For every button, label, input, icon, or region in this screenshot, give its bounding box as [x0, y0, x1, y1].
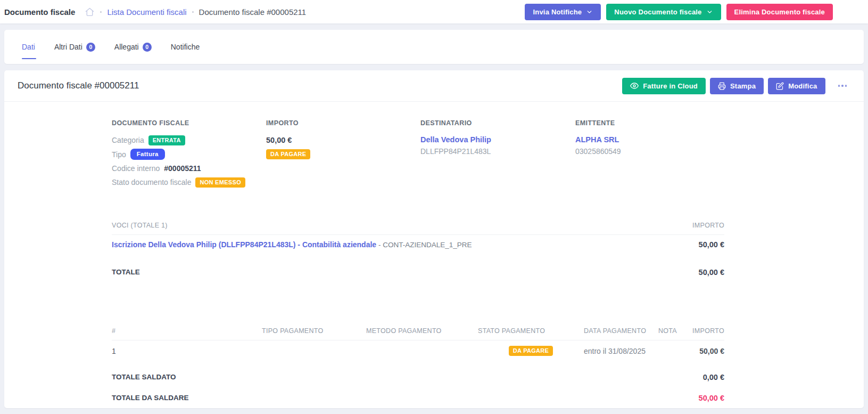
edit-icon: [776, 82, 784, 90]
tab-notifiche[interactable]: Notifiche: [171, 30, 200, 64]
importo-value: 50,00 €: [266, 136, 292, 144]
pagamenti-header-nota: NOTA: [658, 327, 690, 335]
totale-da-saldare-label: TOTALE DA SALDARE: [112, 394, 189, 402]
stampa-button[interactable]: Stampa: [710, 78, 764, 94]
tabs-bar: Dati Altri Dati 0 Allegati 0 Notifiche: [4, 30, 864, 64]
pagamenti-table: # TIPO PAGAMENTO METODO PAGAMENTO STATO …: [112, 327, 724, 402]
emittente-partita-iva: 03025860549: [575, 147, 724, 156]
chevron-down-icon: [706, 9, 713, 15]
card-actions: Fatture in Cloud Stampa Modifica: [622, 78, 849, 94]
fatture-in-cloud-label: Fatture in Cloud: [643, 82, 698, 90]
tab-allegati[interactable]: Allegati 0: [114, 30, 152, 64]
voci-table-header: VOCI (TOTALE 1) IMPORTO: [112, 222, 724, 235]
tipo-label: Tipo: [112, 150, 126, 159]
invia-notifiche-button[interactable]: Invia Notifiche: [525, 4, 601, 20]
voci-header-label: VOCI (TOTALE 1): [112, 222, 168, 229]
document-details: DOCUMENTO FISCALE Categoria ENTRATA Tipo…: [112, 119, 724, 191]
importo-column: IMPORTO 50,00 € DA PAGARE: [266, 119, 420, 191]
emittente-link[interactable]: ALPHA SRL: [575, 135, 619, 144]
fatture-in-cloud-button[interactable]: Fatture in Cloud: [622, 78, 706, 94]
breadcrumb-link-lista[interactable]: Lista Documenti fiscali: [107, 7, 186, 17]
totale-saldato-amount: 0,00 €: [703, 373, 724, 381]
totale-da-saldare-row: TOTALE DA SALDARE 50,00 €: [112, 394, 724, 402]
stato-documento-badge: NON EMESSO: [195, 177, 245, 188]
breadcrumb: Documento fiscale Lista Documenti fiscal…: [4, 7, 306, 17]
nuovo-documento-button[interactable]: Nuovo Documento fiscale: [606, 4, 721, 20]
tab-dati[interactable]: Dati: [22, 30, 35, 64]
breadcrumb-separator: [192, 11, 194, 13]
totale-da-saldare-amount: 50,00 €: [699, 394, 724, 402]
emittente-heading: EMITTENTE: [575, 119, 724, 127]
voci-header-importo: IMPORTO: [692, 222, 724, 229]
tab-altri-dati-label: Altri Dati: [54, 43, 82, 51]
voci-total-label: TOTALE: [112, 268, 140, 277]
tab-dati-label: Dati: [22, 43, 35, 51]
pagamento-row: 1 DA PAGARE entro il 31/08/2025 50,00 €: [112, 340, 724, 361]
modifica-button[interactable]: Modifica: [768, 78, 825, 94]
modifica-label: Modifica: [788, 82, 817, 90]
codice-interno-label: Codice interno: [112, 164, 160, 173]
pagamento-importo: 50,00 €: [690, 347, 724, 355]
pagamenti-header-data: DATA PAGAMENTO: [584, 327, 658, 335]
voci-total-amount: 50,00 €: [699, 268, 724, 277]
emittente-column: EMITTENTE ALPHA SRL 03025860549: [575, 119, 724, 191]
pagamenti-header-stato: STATO PAGAMENTO: [478, 327, 584, 335]
breadcrumb-separator: [100, 11, 102, 13]
stampa-label: Stampa: [730, 82, 756, 90]
pagamenti-header-num: #: [112, 327, 262, 335]
pagamento-stato-badge: DA PAGARE: [509, 346, 553, 356]
document-card: Documento fiscale #00005211 Fatture in C…: [4, 70, 864, 408]
tab-altri-dati[interactable]: Altri Dati 0: [54, 30, 95, 64]
codice-interno-value: #00005211: [164, 164, 201, 173]
voci-table: VOCI (TOTALE 1) IMPORTO Iscrizione Della…: [112, 222, 724, 277]
totale-saldato-label: TOTALE SALDATO: [112, 373, 176, 381]
chevron-down-icon: [586, 9, 593, 15]
voce-link[interactable]: Iscrizione Della Vedova Philip (DLLFPP84…: [112, 240, 376, 249]
voci-row: Iscrizione Della Vedova Philip (DLLFPP84…: [112, 235, 724, 254]
totale-saldato-row: TOTALE SALDATO 0,00 €: [112, 373, 724, 381]
voci-total-row: TOTALE 50,00 €: [112, 268, 724, 277]
nuovo-documento-label: Nuovo Documento fiscale: [614, 8, 701, 16]
categoria-badge: ENTRATA: [148, 135, 185, 145]
pagamenti-header-metodo: METODO PAGAMENTO: [366, 327, 478, 335]
top-bar: Documento fiscale Lista Documenti fiscal…: [0, 0, 868, 23]
tipo-badge: Fattura: [130, 149, 165, 160]
documento-fiscale-column: DOCUMENTO FISCALE Categoria ENTRATA Tipo…: [112, 119, 266, 191]
voce-importo: 50,00 €: [699, 240, 724, 249]
documento-fiscale-heading: DOCUMENTO FISCALE: [112, 119, 266, 127]
stato-documento-label: Stato documento fiscale: [112, 178, 191, 186]
more-actions-button[interactable]: [836, 82, 849, 90]
topbar-actions: Invia Notifiche Nuovo Documento fiscale …: [525, 4, 833, 20]
elimina-documento-label: Elimina Documento fiscale: [734, 8, 825, 16]
destinatario-codice-fiscale: DLLFPP84P21L483L: [420, 147, 575, 156]
card-body: DOCUMENTO FISCALE Categoria ENTRATA Tipo…: [4, 102, 864, 414]
home-icon[interactable]: [85, 7, 95, 17]
tab-allegati-count-badge: 0: [143, 43, 152, 52]
pagamento-num: 1: [112, 347, 262, 355]
elimina-documento-button[interactable]: Elimina Documento fiscale: [726, 4, 833, 20]
destinatario-link[interactable]: Della Vedova Philip: [420, 135, 491, 144]
breadcrumb-current: Documento fiscale #00005211: [199, 7, 307, 17]
pagamenti-header-tipo: TIPO PAGAMENTO: [262, 327, 366, 335]
tab-notifiche-label: Notifiche: [171, 43, 200, 51]
invia-notifiche-label: Invia Notifiche: [533, 8, 582, 16]
pagamento-data: entro il 31/08/2025: [584, 347, 658, 355]
categoria-label: Categoria: [112, 136, 144, 144]
destinatario-heading: DESTINATARIO: [420, 119, 575, 127]
eye-icon: [630, 82, 639, 90]
printer-icon: [718, 82, 726, 90]
card-header: Documento fiscale #00005211 Fatture in C…: [4, 70, 864, 102]
destinatario-column: DESTINATARIO Della Vedova Philip DLLFPP8…: [420, 119, 575, 191]
page-title: Documento fiscale: [4, 7, 75, 17]
tab-altri-dati-count-badge: 0: [86, 43, 95, 52]
pagamenti-table-header: # TIPO PAGAMENTO METODO PAGAMENTO STATO …: [112, 327, 724, 340]
importo-heading: IMPORTO: [266, 119, 420, 127]
pagamenti-header-importo: IMPORTO: [690, 327, 724, 335]
card-title: Documento fiscale #00005211: [18, 80, 139, 91]
tab-allegati-label: Allegati: [114, 43, 139, 51]
voce-codice: - CONT-AZIENDALE_1_PRE: [376, 241, 472, 249]
importo-stato-badge: DA PAGARE: [266, 149, 310, 159]
